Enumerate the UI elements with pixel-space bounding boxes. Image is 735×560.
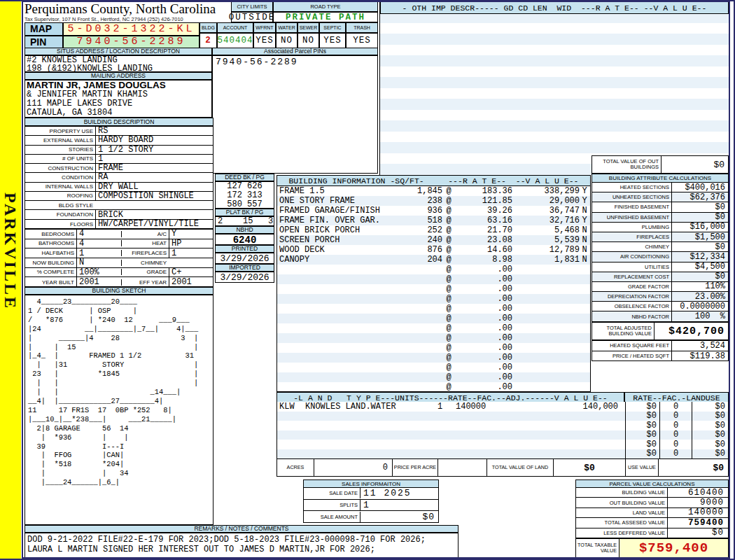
cell-desc: WOOD DECK [277,245,403,255]
table-row: OUT BUILDING VALUE9000 [576,498,728,507]
cell-value: 100 % [671,312,728,321]
table-row: @.00 [277,363,590,372]
table-row: FINISHED BASEMENT$0 [592,202,728,212]
cell-label: OBSELENCE FACTOR [592,303,671,309]
remarks-box: DOD 9-21-2022 FILE#22-E-179 FOR 2023;DOD… [24,533,458,558]
cell-value: $119.38 [671,351,728,361]
cell-at: @ [442,284,455,294]
table-row [277,440,625,449]
cell-value: 1,831 [512,255,580,265]
table-row: HEATED SQUARE FEET3,524 [592,341,728,351]
building-attributes-table: BEDROOMS4A/CYBATHROOMS4HEATHPHALFBATHS1F… [24,229,214,287]
cell-value: $0 [667,528,728,538]
cell-l1: BATHROOMS [25,240,76,246]
out-buildings-label: TOTAL VALUE OF OUT BUILDINGS [592,156,662,173]
cell-v2: 2001 [169,277,213,287]
table-row: @.00 [277,284,590,294]
cell-value: 338,299 [512,186,580,196]
cell-value: $0 [671,202,728,212]
cell-value: $4,500 [671,262,728,272]
table-row: HALFBATHS1FIREPLACES1 [25,248,213,258]
table-row: TOTAL ASSESED VALUE759400 [576,518,728,528]
remarks-line-2: LAURA L MARTIN SIGNED HER INTEREST OUT T… [25,545,458,554]
table-row [277,449,625,459]
cell-label: OUT BUILDING VALUE [576,500,667,506]
cell-label: FOUNDATION [25,211,95,218]
county-title: Perquimans County, North Carolina [24,2,232,16]
table-row: @.00 [277,343,590,353]
table-row: SPLITS1 [304,500,438,512]
cell-label: CONSTRUCTION [25,165,95,172]
cell-at: @ [442,255,455,265]
cell-value: 759400 [667,518,728,528]
cell-value: 9000 [667,498,728,507]
building-sketch: 4_____23_________20____ 1 / DECK | OSP |… [25,295,213,487]
county-header: Perquimans County, North Carolina Tax Su… [24,2,232,22]
table-row: GRADE FACTOR110% [592,282,728,292]
account-value: 540404 [217,33,253,48]
cell-value: BRICK [95,210,213,219]
cell-at: @ [442,265,455,274]
building-info-table: FRAME 1.51,845@183.36338,299YONE STORY F… [276,186,591,392]
table-row: $00$0 [626,412,728,421]
mailing-line-3: CATAULA, GA 31804 [25,108,211,118]
cell-label: BLDG STYLE [25,202,95,209]
table-row: CANOPY204@8.981,831N [277,255,590,265]
price-per-acre-value [438,459,487,476]
cell-label: SPLITS [304,502,360,508]
road-type-label: ROAD TYPE [273,1,378,12]
cell-label: DEPRECIATION FACTOR [592,293,671,300]
table-row: BATHROOMS4HEATHP [25,239,213,249]
imported-value: 3/29/2026 [215,272,274,283]
cell-rate: 140000 [456,402,508,412]
cell-l2: HEAT [121,240,169,246]
cell-l2: FIREPLACES [121,250,169,256]
water-label: WATER [276,22,298,33]
table-row: FRAMED GARAGE/FINISH936@39.2636,747N [277,206,590,216]
cell-label: SALE AMOUNT [304,514,360,520]
trash-label: TRASH [346,22,378,33]
taxable-total-row: TOTAL TAXABLE VALUE $759,400 [575,538,729,558]
cell-value: $0 [360,512,438,522]
deed-box: 127 626 172 313 580 557 [215,181,274,209]
cell-rate: .00 [455,382,512,392]
cell-fac: 0 [659,412,692,421]
table-row: @.00 [277,294,590,304]
cell-sqft: 936 [403,206,442,216]
cell-value: $12,334 [671,252,728,262]
cell-desc: OPEN BRICK PORCH [277,225,403,235]
parcel-values-table: BUILDING VALUE610400OUT BUILDING VALUE90… [575,488,729,538]
cell-rate: .00 [455,265,512,274]
cell-value: 23.00% [671,292,728,302]
cell-landuse: $0 [692,440,728,449]
table-row: PLUMBING$16,000 [592,223,728,232]
mailing-name: MARTIN JR, JAMES DOUGLAS [25,80,211,90]
imported-header: IMPORTED [215,264,274,272]
cell-desc: FRAMED GARAGE/FINISH [277,206,403,216]
cell-v1: 2001 [76,277,121,287]
acres-row: ACRES 0 PRICE PER ACRE TOTAL VALUE OF LA… [276,458,729,477]
cell-v1: 1 [76,248,121,258]
table-row: UNFINISHED BASEMENT$0 [592,213,728,223]
table-row: WOOD DECK876@14.6012,789N [277,245,590,255]
cell-at: @ [442,353,455,363]
table-row [277,430,625,440]
cell-flag: N [580,225,589,235]
cell-label: REPLACEMENT COST [592,274,671,280]
table-row: @.00 [277,304,590,314]
cell-rate: $0 [626,421,659,430]
printed-value: 3/29/2026 [215,253,274,264]
cell-fac: 0 [659,421,692,430]
plat-header: PLAT BK / PG [215,209,274,216]
cell-rate: .00 [455,343,512,353]
cell-at: @ [442,382,455,392]
cell-value: 5,468 [512,225,580,235]
table-row: FLOORSHW/CARPET/VINYL/TILE [25,220,213,229]
cell-label: # OF UNITS [25,155,95,162]
water-value: NO [276,33,298,48]
cell-flag: Y [580,216,589,225]
cell-at: @ [442,333,455,343]
table-row: OBSELENCE FACTOR0.0000000 [592,302,728,312]
cell-fac: 0 [659,440,692,449]
cell-at: @ [442,206,455,216]
